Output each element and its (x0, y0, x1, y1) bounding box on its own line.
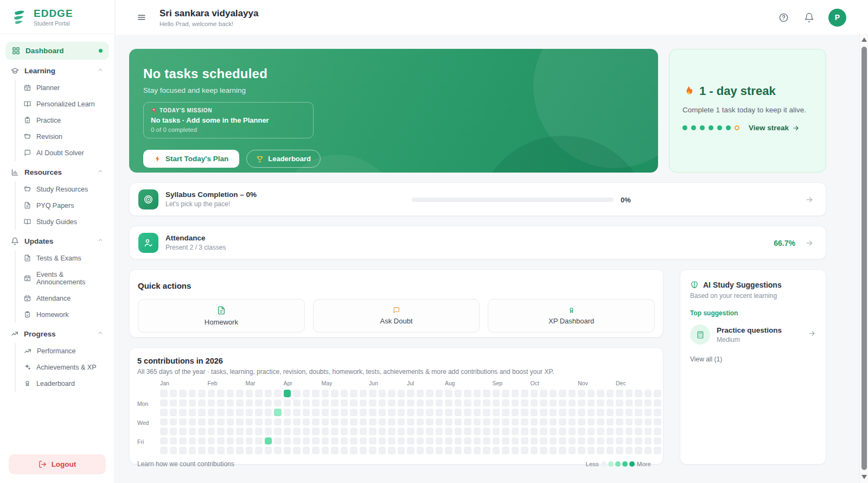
sidebar-item-dashboard[interactable]: Dashboard (5, 42, 109, 60)
sidebar-item-personalized-learn[interactable]: Personalized Learn (16, 96, 109, 112)
contribution-cell (607, 409, 614, 416)
month-label-oct: Oct (531, 380, 539, 386)
contribution-cell (265, 390, 272, 397)
contribution-cell (170, 409, 177, 416)
sidebar-item-revision[interactable]: Revision (16, 129, 109, 145)
contribution-cell (255, 447, 263, 454)
contribution-cell (540, 418, 547, 426)
contribution-cell (160, 428, 168, 435)
contribution-cell (265, 428, 272, 435)
sidebar-section-progress[interactable]: Progress (5, 325, 109, 343)
vertical-scrollbar[interactable] (859, 34, 868, 483)
contribution-cell (322, 418, 329, 426)
contribution-cell (331, 418, 339, 426)
bell-icon (804, 12, 814, 23)
sidebar-section-learning[interactable]: Learning (5, 62, 109, 80)
contribution-cell (644, 447, 652, 454)
legend-more-label: More (637, 461, 651, 467)
section-label: Updates (24, 237, 53, 245)
day-label-wed: Wed (137, 420, 149, 426)
map-pin-icon (151, 107, 157, 113)
contribution-cell (331, 437, 339, 445)
contribution-cell (284, 418, 291, 426)
sidebar-item-attendance[interactable]: Attendance (16, 290, 109, 307)
contribution-cell (464, 428, 471, 435)
sidebar-item-study-resources[interactable]: Study Resources (16, 181, 109, 198)
contribution-cell (635, 437, 642, 445)
contribution-cell (569, 399, 576, 407)
quick-action-ask-doubt[interactable]: Ask Doubt (313, 299, 480, 333)
folder-icon (24, 186, 31, 193)
help-button[interactable] (777, 11, 790, 24)
contribution-cell (236, 418, 244, 426)
sidebar-item-leaderboard[interactable]: Leaderboard (16, 376, 109, 392)
syllabus-arrow-button[interactable] (805, 195, 814, 204)
clipboard-check-icon (24, 117, 31, 124)
contribution-cell (407, 409, 414, 416)
book-open-icon (24, 218, 31, 225)
menu-toggle-button[interactable] (135, 10, 149, 24)
contribution-cell (246, 390, 253, 397)
start-plan-label: Start Today's Plan (165, 155, 228, 163)
scrollbar-down-arrow[interactable] (861, 475, 867, 479)
sidebar-item-homework[interactable]: Homework (16, 307, 109, 323)
contribution-cell (369, 428, 376, 435)
contribution-cell (236, 399, 244, 407)
syllabus-completion-card[interactable]: Syllabus Completion – 0% Let's pick up t… (129, 182, 826, 216)
contribution-cell (502, 390, 509, 397)
contribution-cell (303, 399, 310, 407)
contribution-cell (217, 399, 225, 407)
sidebar-item-tests-exams[interactable]: Tests & Exams (16, 250, 109, 266)
clipboard-check-icon (24, 311, 31, 318)
contribution-cell (369, 437, 376, 445)
contribution-cell (474, 390, 481, 397)
scrollbar-up-arrow[interactable] (861, 37, 867, 42)
view-streak-link[interactable]: View streak (749, 124, 800, 132)
sidebar-section-resources[interactable]: Resources (5, 163, 109, 181)
contribution-cell (417, 399, 424, 407)
sidebar-item-performance[interactable]: Performance (16, 343, 109, 359)
contribution-cell (379, 399, 386, 407)
contribution-cell (322, 409, 329, 416)
sidebar-section-updates[interactable]: Updates (5, 232, 109, 250)
item-label: Planner (36, 84, 60, 92)
top-header: Sri sankara vidyalayya Hello Prad, welco… (116, 0, 868, 35)
contribution-cell (246, 399, 253, 407)
top-suggestion-label: Top suggestion (690, 309, 816, 317)
contribution-cell (160, 447, 168, 454)
contribution-cell (607, 447, 614, 454)
sidebar-item-practice[interactable]: Practice (16, 112, 109, 129)
attendance-card[interactable]: Attendance Present 2 / 3 classes 66.7% (129, 226, 826, 259)
sidebar-item-achievements-xp[interactable]: Achievements & XP (16, 359, 109, 376)
contribution-cell (293, 437, 301, 445)
sidebar-item-planner[interactable]: Planner (16, 80, 109, 96)
suggestion-item[interactable]: Practice questions Medium (690, 325, 816, 345)
attendance-arrow-button[interactable] (805, 239, 814, 247)
section-items: Tests & ExamsEvents & AnnouncementsAtten… (15, 250, 109, 323)
quick-action-xp-dashboard[interactable]: XP Dashboard (488, 299, 655, 333)
sidebar-item-pyq-papers[interactable]: PYQ Papers (16, 198, 109, 214)
contribution-cell (331, 447, 339, 454)
quick-action-homework[interactable]: Homework (138, 299, 305, 333)
logout-button[interactable]: Logout (9, 454, 106, 474)
contribution-cell (616, 428, 623, 435)
contribution-cell (208, 447, 215, 454)
contribution-cell (227, 390, 234, 397)
user-avatar[interactable]: P (828, 9, 846, 27)
contribution-cell (436, 437, 443, 445)
sidebar-item-study-guides[interactable]: Study Guides (16, 214, 109, 230)
view-all-suggestions-link[interactable]: View all (1) (690, 355, 722, 363)
sidebar-item-ai-doubt-solver[interactable]: AI Doubt Solver (16, 145, 109, 161)
leaderboard-button[interactable]: Leaderboard (246, 150, 321, 168)
sidebar-item-events-announcements[interactable]: Events & Announcements (16, 266, 109, 290)
contribution-cell (217, 437, 225, 445)
start-todays-plan-button[interactable]: Start Today's Plan (143, 150, 239, 168)
contribution-cell (483, 409, 490, 416)
sidebar-item-label: Dashboard (25, 47, 64, 55)
notifications-button[interactable] (803, 11, 815, 24)
contributions-info-link[interactable]: Learn how we count contributions (137, 460, 234, 468)
scrollbar-thumb[interactable] (861, 47, 867, 470)
contribution-cell (208, 428, 215, 435)
contribution-cell (540, 399, 547, 407)
contribution-cell (455, 437, 462, 445)
